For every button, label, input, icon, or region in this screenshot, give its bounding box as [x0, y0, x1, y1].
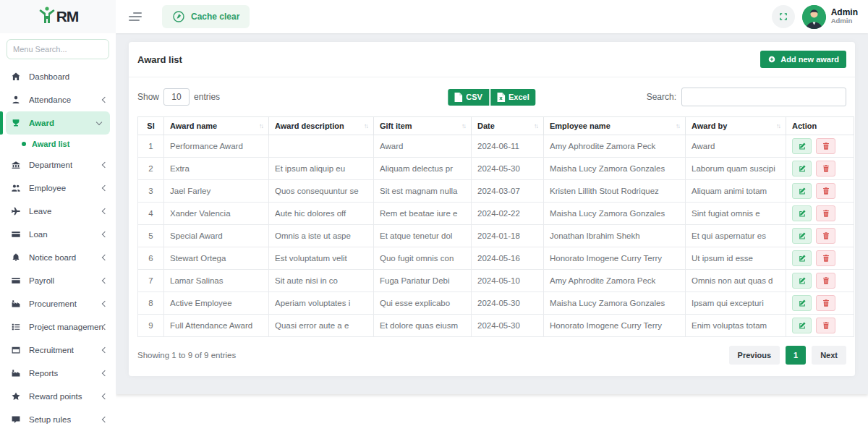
hrm-logo-person-icon	[38, 6, 56, 27]
sidebar-item-reward-points[interactable]: Reward points	[0, 385, 116, 408]
add-new-award-button[interactable]: Add new award	[760, 51, 846, 68]
sidebar-item-attendance[interactable]: Attendance	[0, 88, 116, 111]
sidebar-item-dashboard[interactable]: Dashboard	[0, 65, 116, 88]
column-header-date[interactable]: Date↑↓	[472, 117, 544, 135]
cell-award-description: Quos consequuntur se	[269, 180, 374, 203]
delete-button[interactable]	[816, 250, 835, 266]
previous-page-button[interactable]: Previous	[729, 346, 780, 365]
column-header-gift-item[interactable]: Gift item↑↓	[374, 117, 472, 135]
star-icon	[10, 391, 22, 402]
entries-count-input[interactable]	[163, 88, 190, 106]
table-header-row: Sl Award name↑↓ Award description↑↓ Gift…	[138, 117, 854, 135]
cell-sl: 2	[138, 158, 164, 180]
edit-button[interactable]	[792, 273, 812, 289]
fullscreen-button[interactable]	[772, 5, 795, 28]
hamburger-menu-icon[interactable]	[129, 12, 143, 21]
sidebar-subitem-label: Award list	[32, 140, 69, 148]
cell-award-description: Quasi error aute a e	[269, 315, 374, 337]
brand-logo[interactable]: RM	[38, 6, 79, 27]
column-header-sl: Sl	[138, 117, 164, 135]
trash-icon	[822, 276, 830, 285]
edit-button[interactable]	[792, 183, 812, 199]
edit-button[interactable]	[792, 205, 812, 221]
sidebar-item-award[interactable]: Award	[6, 111, 110, 135]
edit-pencil-icon	[798, 209, 807, 218]
cell-award-by: Enim voluptas totam	[686, 315, 786, 337]
table-row: 3Jael FarleyQuos consequuntur seSit est …	[138, 180, 854, 203]
edit-button[interactable]	[792, 318, 812, 333]
chevron-left-icon	[102, 324, 108, 330]
delete-button[interactable]	[816, 183, 835, 199]
cell-sl: 9	[138, 315, 164, 337]
export-csv-button[interactable]: CSV	[448, 89, 489, 106]
chevron-left-icon	[102, 162, 108, 168]
table-row: 7Lamar SalinasSit aute nisi in coFuga Pa…	[138, 270, 854, 292]
show-label: Show	[137, 92, 159, 102]
sidebar-subitem-award-list[interactable]: Award list	[0, 135, 116, 153]
delete-button[interactable]	[816, 228, 835, 244]
sidebar-item-label: Recruitment	[29, 346, 74, 354]
sidebar-item-leave[interactable]: Leave	[0, 200, 116, 223]
cell-action	[786, 158, 854, 180]
menu-search-input[interactable]	[7, 39, 109, 59]
cache-clear-button[interactable]: Cache clear	[162, 5, 250, 28]
cell-employee-name: Jonathan Ibrahim Shekh	[544, 225, 686, 247]
chevron-left-icon	[102, 231, 108, 237]
column-header-employee-name[interactable]: Employee name↑↓	[544, 117, 686, 135]
sidebar-item-employee[interactable]: Employee	[0, 176, 116, 200]
edit-button[interactable]	[792, 161, 812, 176]
delete-button[interactable]	[816, 161, 835, 176]
trophy-icon	[10, 117, 22, 129]
trash-icon	[822, 299, 830, 307]
cell-gift-item: Award	[374, 135, 472, 158]
cell-employee-name: Honorato Imogene Curry Terry	[544, 315, 686, 337]
sidebar-item-label: Setup rules	[29, 415, 71, 424]
chevron-left-icon	[102, 97, 108, 103]
sidebar-item-notice-board[interactable]: Notice board	[0, 246, 116, 269]
sidebar-item-project-management[interactable]: Project management	[0, 315, 116, 339]
page-number-button[interactable]: 1	[786, 346, 806, 365]
sort-icon: ↑↓	[364, 122, 367, 129]
edit-button[interactable]	[792, 138, 812, 154]
delete-button[interactable]	[816, 273, 835, 289]
cell-award-by: Aliquam animi totam	[686, 180, 786, 203]
delete-button[interactable]	[816, 318, 835, 333]
sidebar-item-loan[interactable]: Loan	[0, 223, 116, 246]
sidebar-item-department[interactable]: Department	[0, 153, 116, 176]
export-excel-button[interactable]: Excel	[490, 89, 536, 106]
next-page-button[interactable]: Next	[812, 346, 846, 365]
column-header-award-by[interactable]: Award by↑↓	[686, 117, 786, 135]
cell-action	[786, 315, 854, 337]
cell-date: 2024-02-22	[472, 203, 544, 225]
active-indicator	[0, 111, 3, 135]
column-header-award-description[interactable]: Award description↑↓	[269, 117, 374, 135]
cell-sl: 4	[138, 203, 164, 225]
cell-award-description: Omnis a iste ut aspe	[269, 225, 374, 247]
edit-button[interactable]	[792, 250, 812, 266]
cell-award-name: Jael Farley	[164, 180, 269, 203]
sidebar-item-label: Employee	[29, 184, 66, 192]
file-excel-icon	[497, 93, 505, 102]
sidebar-item-recruitment[interactable]: Recruitment	[0, 339, 116, 362]
column-header-award-name[interactable]: Award name↑↓	[164, 117, 269, 135]
sidebar-item-procurement[interactable]: Procurement	[0, 292, 116, 315]
edit-button[interactable]	[792, 228, 812, 244]
delete-button[interactable]	[816, 205, 835, 221]
cell-award-description: Aperiam voluptates i	[269, 292, 374, 315]
table-row: 2ExtraEt ipsum aliquip euAliquam delectu…	[138, 158, 854, 180]
sidebar-item-setup-rules[interactable]: Setup rules	[0, 408, 116, 431]
sidebar-item-reports[interactable]: Reports	[0, 362, 116, 385]
table-search-input[interactable]	[681, 88, 846, 106]
user-menu[interactable]: Admin Admin	[802, 5, 858, 29]
cell-award-name: Lamar Salinas	[164, 270, 269, 292]
sidebar-item-label: Reward points	[29, 392, 82, 401]
delete-button[interactable]	[816, 295, 835, 311]
delete-button[interactable]	[816, 138, 835, 154]
table-row: 4Xander ValenciaAute hic dolores offRem …	[138, 203, 854, 225]
edit-button[interactable]	[792, 295, 812, 311]
chevron-left-icon	[102, 278, 108, 284]
sidebar-item-payroll[interactable]: Payroll	[0, 269, 116, 292]
sidebar: RM Dashboard Attendance Award Award list…	[0, 0, 116, 434]
chevron-down-icon	[96, 119, 102, 124]
table-row: 6Stewart OrtegaEst voluptatum velitQuo f…	[138, 247, 854, 270]
